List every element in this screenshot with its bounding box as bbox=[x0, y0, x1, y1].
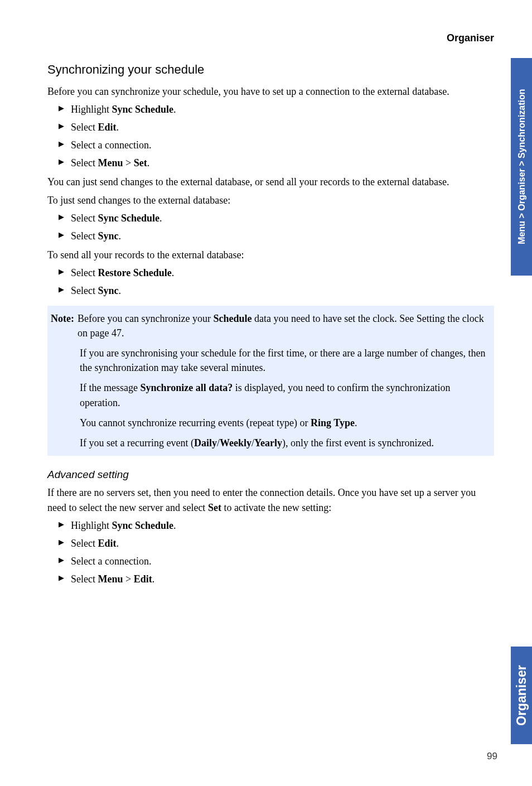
steps-advanced: Highlight Sync Schedule. Select Edit. Se… bbox=[59, 518, 494, 586]
step-text: . bbox=[117, 122, 119, 133]
note-paragraph: If you set a recurring event (Daily/Week… bbox=[80, 436, 491, 450]
list-item: Select Sync. bbox=[59, 283, 494, 298]
step-text: Select bbox=[71, 538, 98, 549]
list-item: Select Sync Schedule. bbox=[59, 211, 494, 225]
step-bold: Restore Schedule bbox=[98, 267, 171, 278]
step-bold: Sync bbox=[98, 285, 118, 296]
step-text: Select bbox=[71, 267, 98, 278]
note-paragraph: You cannot synchronize recurring events … bbox=[80, 416, 491, 430]
step-bold: Set bbox=[134, 157, 147, 168]
note-bold: Synchronize all data? bbox=[140, 382, 233, 393]
note-text: ), only the first event is synchronized. bbox=[282, 437, 434, 449]
step-text: Highlight bbox=[71, 520, 112, 531]
body-paragraph: To send all your records to the external… bbox=[47, 248, 494, 262]
list-item: Select Sync. bbox=[59, 229, 494, 243]
step-text: Select bbox=[71, 122, 98, 133]
step-text: . bbox=[117, 538, 119, 549]
step-text: . bbox=[172, 267, 175, 278]
note-box: Note: Before you can synchronize your Sc… bbox=[47, 306, 494, 456]
list-item: Select a connection. bbox=[59, 138, 494, 152]
step-text: Highlight bbox=[71, 104, 112, 115]
step-bold: Menu bbox=[98, 157, 123, 168]
step-text: . bbox=[173, 520, 176, 531]
step-text: . bbox=[119, 230, 122, 242]
paragraph-bold: Set bbox=[208, 502, 221, 513]
step-text: . bbox=[173, 104, 176, 115]
paragraph-text: to activate the new setting: bbox=[221, 502, 331, 513]
steps-setup-connection: Highlight Sync Schedule. Select Edit. Se… bbox=[59, 102, 494, 170]
note-text: . bbox=[355, 417, 357, 428]
step-text: Select bbox=[71, 285, 98, 296]
section-heading-sync: Synchronizing your schedule bbox=[47, 61, 494, 79]
step-bold: Edit bbox=[98, 538, 116, 549]
list-item: Highlight Sync Schedule. bbox=[59, 518, 494, 533]
step-text: . bbox=[152, 573, 155, 585]
step-bold: Sync Schedule bbox=[112, 520, 174, 531]
subsection-heading-advanced: Advanced setting bbox=[47, 467, 494, 483]
step-text: Select bbox=[71, 157, 98, 168]
step-text: > bbox=[123, 573, 133, 585]
step-bold: Sync bbox=[98, 230, 118, 242]
note-label: Note: bbox=[51, 311, 78, 340]
step-text: . bbox=[159, 213, 162, 224]
list-item: Select Restore Schedule. bbox=[59, 266, 494, 280]
step-bold: Edit bbox=[98, 122, 116, 133]
note-paragraph: Before you can synchronize your Schedule… bbox=[78, 311, 491, 340]
note-text: If you set a recurring event ( bbox=[80, 437, 194, 449]
step-bold: Sync Schedule bbox=[98, 213, 159, 224]
chapter-text: Organiser bbox=[512, 665, 530, 726]
side-tab-chapter: Organiser bbox=[511, 647, 532, 744]
note-bold: Weekly bbox=[220, 437, 252, 449]
step-bold: Menu bbox=[98, 573, 123, 585]
step-text: Select a connection. bbox=[71, 139, 151, 151]
note-text: If the message bbox=[80, 382, 140, 393]
step-text: Select a connection. bbox=[71, 556, 151, 567]
note-bold: Yearly bbox=[254, 437, 282, 449]
breadcrumb-text: Menu > Organiser > Synchronization bbox=[515, 89, 528, 244]
note-bold: Schedule bbox=[213, 313, 252, 324]
step-text: Select bbox=[71, 230, 98, 242]
step-text: Select bbox=[71, 213, 98, 224]
note-text: You cannot synchronize recurring events … bbox=[80, 417, 311, 428]
note-bold: Daily bbox=[194, 437, 217, 449]
step-bold: Edit bbox=[134, 573, 152, 585]
steps-send-changes: Select Sync Schedule. Select Sync. bbox=[59, 211, 494, 243]
page-number: 99 bbox=[487, 750, 497, 764]
steps-send-all: Select Restore Schedule. Select Sync. bbox=[59, 266, 494, 298]
note-bold: Ring Type bbox=[311, 417, 355, 428]
list-item: Select Menu > Set. bbox=[59, 156, 494, 170]
body-paragraph: To just send changes to the external dat… bbox=[47, 193, 494, 208]
list-item: Select a connection. bbox=[59, 554, 494, 568]
list-item: Select Edit. bbox=[59, 120, 494, 134]
step- -text: . bbox=[147, 157, 150, 168]
page-header-title: Organiser bbox=[47, 31, 494, 45]
list-item: Select Menu > Edit. bbox=[59, 572, 494, 586]
note-paragraph: If the message Synchronize all data? is … bbox=[80, 380, 491, 409]
body-paragraph: If there are no servers set, then you ne… bbox=[47, 485, 494, 514]
step-text: > bbox=[123, 157, 133, 168]
step-text: . bbox=[119, 285, 122, 296]
list-item: Highlight Sync Schedule. bbox=[59, 102, 494, 117]
step-bold: Sync Schedule bbox=[112, 104, 174, 115]
note-paragraph: If you are synchronising your schedule f… bbox=[80, 346, 491, 375]
body-paragraph: You can just send changes to the externa… bbox=[47, 175, 494, 189]
note-text: Before you can synchronize your bbox=[78, 313, 213, 324]
side-tab-breadcrumb: Menu > Organiser > Synchronization bbox=[511, 58, 532, 276]
list-item: Select Edit. bbox=[59, 536, 494, 551]
step-text: Select bbox=[71, 573, 98, 585]
intro-paragraph: Before you can synchronize your schedule… bbox=[47, 84, 494, 99]
